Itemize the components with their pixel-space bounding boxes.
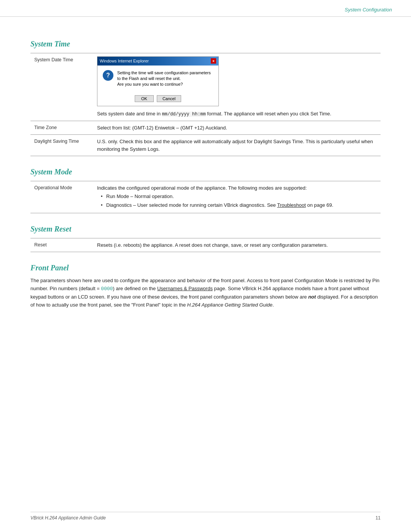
format-code: mm/dd/yyyy hh:mm [162,112,206,117]
header-title: System Configuration [345,7,392,13]
cell-operational-mode: Indicates the configured operational mod… [93,181,381,213]
front-panel-description: The parameters shown here are used to co… [30,277,381,309]
table-row: Daylight Saving Time U.S. only. Check th… [30,135,381,156]
table-row: Time Zone Select from list: (GMT-12) Eni… [30,121,381,135]
use-emphasis: use [70,302,78,308]
dialog-body: ? Setting the time will save configurati… [97,66,218,92]
operational-mode-list: Run Mode – Normal operation. Diagnostics… [97,192,377,210]
dialog-question-icon: ? [103,70,113,81]
page-container: System Configuration System Time System … [0,0,411,532]
section-heading-front-panel: Front Panel [30,264,381,272]
table-row: System Date Time Windows Internet Explor… [30,53,381,121]
label-time-zone: Time Zone [30,121,93,135]
cell-system-date-time: Windows Internet Explorer × ? Setting th… [93,53,381,121]
operational-mode-intro: Indicates the configured operational mod… [97,185,307,191]
label-system-date-time: System Date Time [30,53,93,121]
table-row: Operational Mode Indicates the configure… [30,181,381,213]
section-heading-system-reset: System Reset [30,225,381,233]
footer: VBrick H.264 Appliance Admin Guide 11 [30,512,381,521]
label-reset: Reset [30,238,93,252]
section-heading-system-mode: System Mode [30,168,381,176]
cell-reset: Resets (i.e. reboots) the appliance. A r… [93,238,381,252]
footer-left-text: VBrick H.264 Appliance Admin Guide [30,515,106,521]
label-daylight-saving: Daylight Saving Time [30,135,93,156]
cell-time-zone: Select from list: (GMT-12) Eniwetok – (G… [93,121,381,135]
dialog-title: Windows Internet Explorer [100,58,149,64]
system-mode-table: Operational Mode Indicates the configure… [30,181,381,213]
cell-daylight-saving: U.S. only. Check this box and the applia… [93,135,381,156]
table-row: Reset Resets (i.e. reboots) the applianc… [30,238,381,252]
not-emphasis: not [308,294,316,300]
dialog-close-button[interactable]: × [211,58,216,64]
label-operational-mode: Operational Mode [30,181,93,213]
footer-page-number: 11 [376,515,381,521]
list-item: Run Mode – Normal operation. [101,192,377,201]
dialog-ok-button[interactable]: OK [135,95,154,102]
dialog-footer: OK Cancel [97,92,218,106]
list-item: Diagnostics – User selected mode for run… [101,201,377,210]
system-time-table: System Date Time Windows Internet Explor… [30,53,381,156]
dialog-message-line2: Are you sure you want to continue? [117,82,183,86]
usernames-passwords-link[interactable]: Usernames & Passwords [157,286,213,291]
troubleshoot-link[interactable]: Troubleshoot [277,202,306,208]
default-pin-code: 0000 [101,286,113,292]
dialog-box: Windows Internet Explorer × ? Setting th… [97,56,219,106]
header: System Configuration [0,0,411,17]
system-reset-table: Reset Resets (i.e. reboots) the applianc… [30,238,381,252]
dialog-cancel-button[interactable]: Cancel [157,95,181,102]
dialog-message-line1: Setting the time will save configuration… [117,70,211,81]
main-content: System Time System Date Time Windows Int… [0,17,411,332]
system-date-time-description: Sets system date and time in mm/dd/yyyy … [97,110,377,118]
section-heading-system-time: System Time [30,40,381,48]
guide-title: H.264 Appliance Getting Started Guide [187,302,272,308]
dialog-message: Setting the time will save configuration… [117,70,213,88]
dialog-titlebar: Windows Internet Explorer × [97,57,218,66]
